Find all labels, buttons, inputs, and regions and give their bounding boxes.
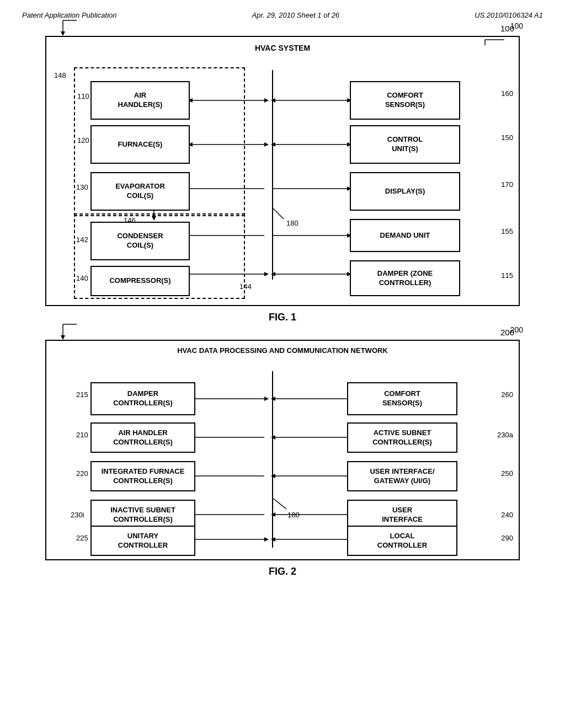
fig1-ref-160: 160 — [501, 89, 513, 98]
fig2-box-comfort: COMFORT SENSOR(S) — [347, 382, 457, 415]
fig1-ref-150: 150 — [501, 133, 513, 142]
fig1-ref-180: 180 — [286, 219, 299, 227]
fig1-ref-130: 130 — [76, 183, 88, 191]
fig2-box-uig: USER INTERFACE/ GATEWAY (UI/G) — [347, 461, 457, 491]
fig1-ref-170: 170 — [501, 180, 513, 189]
fig2-ref200-arrow — [46, 322, 79, 344]
fig2-ref-180: 180 — [287, 511, 300, 519]
fig1-label: FIG. 1 — [22, 312, 543, 323]
fig2-box-integrated-furnace: INTEGRATED FURNACE CONTROLLER(S) — [90, 461, 195, 491]
svg-line-19 — [273, 208, 284, 219]
fig1-ref-148: 148 — [54, 71, 66, 79]
svg-marker-51 — [271, 474, 275, 478]
fig1-box-demand: DEMAND UNIT — [350, 219, 460, 252]
fig1-box-air-handler: AIR HANDLER(S) — [90, 81, 190, 120]
fig1-ref-142: 142 — [76, 235, 88, 244]
fig1-ref-155: 155 — [501, 227, 513, 235]
fig2-label: FIG. 2 — [22, 566, 543, 577]
fig1-box-comfort: COMFORT SENSOR(S) — [350, 81, 460, 120]
fig1-ref-115: 115 — [501, 271, 513, 280]
fig2-ref-230a: 230a — [497, 431, 513, 439]
fig2-box-active-subnet: ACTIVE SUBNET CONTROLLER(S) — [347, 422, 457, 453]
fig2-box-damper-ctrl: DAMPER CONTROLLER(S) — [90, 382, 195, 415]
fig2-ref-240: 240 — [501, 511, 513, 519]
fig2-ref-230i: 230i — [71, 511, 84, 519]
fig1-ref-120: 120 — [77, 136, 89, 144]
svg-marker-59 — [264, 537, 269, 542]
fig2-title: HVAC DATA PROCESSING AND COMMUNICATION N… — [177, 346, 388, 355]
fig1-box-evaporator: EVAPORATOR COIL(S) — [90, 172, 190, 211]
svg-marker-26 — [264, 272, 269, 276]
header-left: Patent Application Publication — [22, 11, 117, 19]
fig2-diagram: HVAC DATA PROCESSING AND COMMUNICATION N… — [45, 340, 520, 560]
fig2-ref-290: 290 — [501, 534, 513, 542]
fig2-ref-250: 250 — [501, 469, 513, 478]
fig1-ref-100-inside: 100 — [510, 22, 523, 30]
svg-marker-34 — [61, 31, 65, 36]
svg-marker-62 — [271, 537, 275, 542]
fig2-ref-210: 210 — [76, 431, 88, 439]
fig1-title: HVAC SYSTEM — [255, 44, 310, 52]
svg-marker-40 — [271, 397, 275, 401]
fig1-section: 100 — [22, 36, 543, 323]
fig2-ref-200: 200 — [510, 325, 523, 334]
fig2-ref-260: 260 — [501, 390, 513, 399]
page: Patent Application Publication Apr. 29, … — [0, 0, 565, 728]
fig2-ref-220: 220 — [76, 469, 88, 478]
svg-marker-46 — [271, 435, 275, 440]
svg-marker-14 — [271, 142, 275, 147]
fig1-diagram: HVAC SYSTEM 100 148 AIR HANDLER(S) 110 — [45, 36, 520, 306]
fig1-ref-110: 110 — [77, 92, 89, 100]
fig1-ref-arrow — [46, 18, 79, 40]
fig1-box-damper: DAMPER (ZONE CONTROLLER) — [350, 260, 460, 296]
svg-marker-29 — [271, 272, 275, 276]
fig1-ref-140: 140 — [76, 274, 88, 282]
fig2-ref-225: 225 — [76, 534, 88, 542]
header-right: US 2010/0106324 A1 — [475, 11, 543, 19]
svg-marker-66 — [61, 335, 65, 340]
fig2-ref-215: 215 — [76, 390, 88, 399]
svg-line-63 — [273, 498, 286, 509]
svg-marker-10 — [264, 142, 269, 147]
fig1-box-furnace: FURNACE(S) — [90, 125, 190, 164]
fig1-box-compressor: COMPRESSOR(S) — [90, 266, 190, 296]
fig1-box-control: CONTROL UNIT(S) — [350, 125, 460, 164]
svg-marker-56 — [271, 512, 275, 517]
svg-marker-38 — [264, 397, 269, 401]
fig2-box-local-ctrl: LOCAL CONTROLLER — [347, 526, 457, 556]
header-center: Apr. 29, 2010 Sheet 1 of 26 — [252, 11, 340, 19]
fig2-box-unitary-ctrl: UNITARY CONTROLLER — [90, 526, 195, 556]
page-header: Patent Application Publication Apr. 29, … — [22, 11, 543, 19]
fig1-ref-144: 144 — [239, 282, 252, 291]
fig2-box-air-handler-ctrl: AIR HANDLER CONTROLLER(S) — [90, 422, 195, 453]
fig2-section: 200 — [22, 340, 543, 577]
svg-marker-8 — [271, 98, 275, 103]
fig1-box-display: DISPLAY(S) — [350, 172, 460, 211]
svg-marker-4 — [264, 98, 269, 103]
fig1-box-condenser: CONDENSER COIL(S) — [90, 222, 190, 260]
